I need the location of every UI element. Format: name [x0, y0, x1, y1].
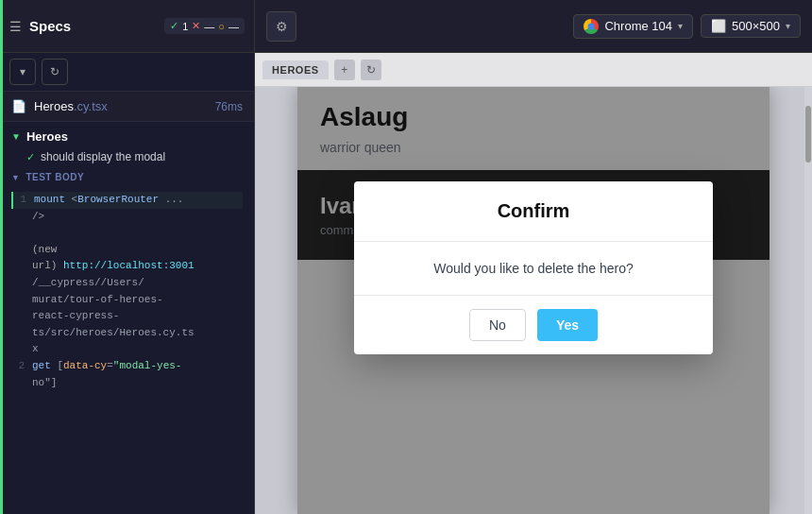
tab-label: HEROES: [272, 64, 319, 76]
browser-label: Chrome 104: [604, 19, 672, 33]
app-preview: Aslaug warrior queen Confirm Would you l…: [297, 87, 770, 514]
expand-icon-body: ▼: [11, 173, 20, 182]
group-label: Heroes: [26, 129, 68, 144]
main-area: ▾ ↻ 📄 Heroes.cy.tsx 76ms ▼ Heroes ✓ shou…: [0, 53, 812, 514]
dropdown-button[interactable]: ▾: [9, 59, 36, 85]
viewport-chevron-icon: ▾: [786, 21, 790, 31]
modal-body-text: Would you like to delete the hero?: [354, 242, 713, 296]
scrollbar-thumb[interactable]: [805, 106, 811, 163]
fail-badge-icon: ✕: [192, 20, 200, 32]
preview-topbar: HEROES + ↻: [255, 53, 812, 87]
code-line-url5: ts/src/heroes/Heroes.cy.ts: [11, 325, 243, 342]
confirm-modal: Confirm Would you like to delete the her…: [354, 181, 713, 354]
pass-icon: ✓: [26, 151, 35, 163]
code-line-1: 1 mount <BrowserRouter ...: [11, 192, 243, 209]
pending-count: —: [228, 21, 239, 32]
tree-item-test[interactable]: ✓ should display the modal: [0, 147, 254, 166]
specs-title: Specs: [29, 18, 157, 34]
test-label: should display the modal: [41, 150, 165, 163]
refresh-icon: ↻: [50, 65, 59, 78]
code-line-url1: url) http://localhost:3001: [11, 258, 243, 275]
preview-content: Aslaug warrior queen Confirm Would you l…: [255, 87, 812, 514]
modal-no-button[interactable]: No: [469, 309, 526, 341]
modal-overlay: Confirm Would you like to delete the her…: [297, 87, 770, 514]
fail-count: —: [204, 21, 214, 32]
right-top-bar: ⚙ Chrome 104 ▾ ⬜ 500×500 ▾: [255, 0, 812, 53]
modal-title: Confirm: [498, 200, 570, 221]
tree-group-heroes[interactable]: ▼ Heroes: [0, 126, 254, 147]
plus-icon: +: [341, 63, 347, 77]
check-badge-icon: ✓: [170, 20, 178, 32]
refresh-preview-button[interactable]: ↻: [361, 60, 381, 80]
left-panel-toolbar: ▾ ↻: [0, 53, 254, 92]
code-line-url3: murat/tour-of-heroes-: [11, 292, 243, 309]
file-icon: 📄: [11, 99, 26, 113]
expand-icon: ▼: [11, 131, 21, 142]
pass-count: 1: [182, 21, 188, 32]
top-bar: ☰ Specs ✓ 1 ✕ — ○ — ⚙ Chrome 104 ▾ ⬜ 500…: [0, 0, 812, 53]
chevron-down-icon: ▾: [20, 65, 25, 78]
viewport-selector[interactable]: ⬜ 500×500 ▾: [701, 14, 801, 38]
monitor-icon: ⬜: [711, 19, 726, 33]
preview-tab: HEROES: [262, 60, 329, 79]
code-line-new-url: (new: [11, 242, 243, 259]
test-body-label: ▼ TEST BODY: [0, 166, 254, 188]
right-panel: HEROES + ↻ Aslaug warrior queen: [255, 53, 812, 514]
hamburger-icon[interactable]: ☰: [9, 19, 22, 34]
left-panel-top: ☰ Specs ✓ 1 ✕ — ○ —: [0, 0, 255, 53]
badge-group: ✓ 1 ✕ — ○ —: [164, 18, 245, 34]
viewport-label: 500×500: [732, 19, 780, 33]
code-line-2b: no"]: [11, 375, 243, 392]
code-line-2: 2 get [data-cy="modal-yes-: [11, 358, 243, 375]
chevron-down-icon: ▾: [678, 21, 683, 31]
spec-file-name: Heroes.cy.tsx: [34, 99, 208, 113]
chrome-icon: [584, 19, 599, 34]
code-line-new: [11, 225, 243, 242]
settings-button[interactable]: ⚙: [266, 11, 296, 42]
code-block: 1 mount <BrowserRouter ... /> (new: [0, 188, 254, 395]
spec-duration: 76ms: [215, 100, 243, 113]
modal-header: Confirm: [354, 181, 713, 242]
add-tab-button[interactable]: +: [334, 60, 355, 80]
modal-footer: No Yes: [354, 296, 713, 354]
code-line-1b: />: [11, 209, 243, 226]
left-panel: ▾ ↻ 📄 Heroes.cy.tsx 76ms ▼ Heroes ✓ shou…: [0, 53, 255, 514]
refresh-preview-icon: ↻: [366, 63, 376, 77]
code-line-url2: /__cypress//Users/: [11, 275, 243, 292]
gear-icon: ⚙: [276, 19, 288, 34]
test-tree: ▼ Heroes ✓ should display the modal ▼ TE…: [0, 122, 254, 514]
accent-bar: [0, 53, 3, 514]
pending-badge-icon: ○: [218, 21, 225, 32]
code-line-url6: x: [11, 341, 243, 358]
modal-yes-button[interactable]: Yes: [537, 309, 598, 341]
refresh-button[interactable]: ↻: [42, 59, 68, 85]
spec-file-row[interactable]: 📄 Heroes.cy.tsx 76ms: [0, 92, 254, 122]
scrollbar[interactable]: [804, 87, 812, 514]
browser-selector[interactable]: Chrome 104 ▾: [573, 14, 693, 39]
code-line-url4: react-cypress-: [11, 308, 243, 325]
